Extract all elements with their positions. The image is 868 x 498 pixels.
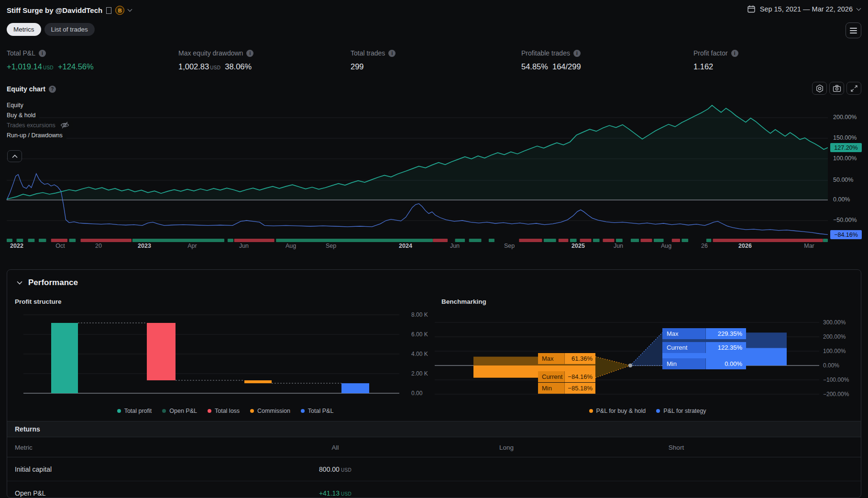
buy-hold-last-value-badge: −84.16% xyxy=(830,230,862,239)
metric-unit: USD xyxy=(210,65,220,70)
x-axis-label: 2025 xyxy=(571,243,585,249)
hexagon-gear-icon xyxy=(815,84,824,93)
camera-icon xyxy=(832,84,842,93)
y-axis-tick: 100.00% xyxy=(823,348,846,354)
x-axis-label: 2026 xyxy=(738,243,752,249)
legend-commission[interactable]: Commission xyxy=(250,408,290,414)
metric-extra: 38.06% xyxy=(225,62,252,71)
row-all-value: +41.13USD xyxy=(319,489,352,497)
chevron-down-icon xyxy=(17,281,22,285)
metric-label: Total P&L xyxy=(7,49,35,57)
info-icon[interactable]: i xyxy=(388,50,396,57)
y-axis-tick: 0.00% xyxy=(823,362,839,369)
info-icon[interactable]: i xyxy=(573,50,581,57)
y-axis-tick: −200.00% xyxy=(823,391,849,398)
y-axis-tick: 300.00% xyxy=(823,319,846,326)
metric-value: 1,002.83 xyxy=(178,62,209,71)
legend-trades-excursions[interactable]: Trades excursions xyxy=(7,121,73,129)
returns-section-header: Returns xyxy=(7,421,861,437)
metric-value: 299 xyxy=(351,62,364,71)
metric-total-pnl: Total P&Li +1,019.14USD+124.56% xyxy=(7,49,94,71)
chart-fullscreen-button[interactable] xyxy=(846,82,861,95)
benchmarking-chart[interactable]: 300.00% 200.00% 100.00% 0.00% −100.00% −… xyxy=(435,307,860,409)
column-all: All xyxy=(331,443,339,451)
eye-off-icon xyxy=(60,122,69,129)
x-axis-label: 2022 xyxy=(10,243,23,249)
row-metric-label: Initial capital xyxy=(15,465,52,473)
metric-extra: 164/299 xyxy=(552,62,581,71)
info-icon[interactable]: i xyxy=(39,50,46,57)
legend-buy-and-hold[interactable]: Buy & hold xyxy=(7,111,39,119)
table-row-initial-capital: Initial capital 800.00USD xyxy=(7,457,861,481)
y-axis-tick: 200.00% xyxy=(833,114,857,121)
collapse-chart-button[interactable] xyxy=(7,150,22,162)
equity-chart-title: Equity chart? xyxy=(7,85,56,93)
y-axis-tick: 8.00 K xyxy=(411,311,428,318)
legend-total-pnl[interactable]: Total P&L xyxy=(301,408,334,414)
layout-menu-button[interactable] xyxy=(846,22,861,38)
benchmarking-title: Benchmarking xyxy=(441,298,486,305)
tab-list-of-trades[interactable]: List of trades xyxy=(44,23,95,36)
metric-max-drawdown: Max equity drawdowni 1,002.83USD38.06% xyxy=(178,49,253,71)
performance-title: Performance xyxy=(28,278,78,288)
date-range-label: Sep 15, 2021 — Mar 22, 2026 xyxy=(760,5,853,13)
legend-pnl-buy-hold[interactable]: P&L for buy & hold xyxy=(589,408,646,414)
strategy-title: Stiff Surge by @DaviddTech xyxy=(7,6,102,14)
x-axis-label: Sep xyxy=(326,243,336,249)
tab-metrics[interactable]: Metrics xyxy=(7,23,41,36)
row-all-value: 800.00USD xyxy=(319,465,352,473)
chevron-down-icon[interactable] xyxy=(128,7,132,12)
legend-total-loss[interactable]: Total loss xyxy=(208,408,240,414)
profit-structure-legend: Total profit Open P&L Total loss Commiss… xyxy=(14,408,437,414)
y-axis-tick: 200.00% xyxy=(823,333,846,340)
metric-label: Profitable trades xyxy=(521,49,570,57)
benchmarking-legend: P&L for buy & hold P&L for strategy xyxy=(435,408,860,414)
metric-value: 1.162 xyxy=(693,62,713,71)
chevron-down-icon xyxy=(857,6,861,11)
chart-snapshot-button[interactable] xyxy=(829,82,844,95)
strategy-header[interactable]: Stiff Surge by @DaviddTech B xyxy=(7,6,132,15)
chevron-up-icon xyxy=(12,155,18,158)
metric-profitable-trades: Profitable tradesi 54.85%164/299 xyxy=(521,49,581,71)
report-tabs: Metrics List of trades xyxy=(7,23,95,36)
y-axis-tick: 0.00% xyxy=(833,196,850,203)
strategy-tester-report: Stiff Surge by @DaviddTech B Sep 15, 202… xyxy=(0,0,868,498)
equity-last-value-badge: 127.20% xyxy=(830,143,862,152)
legend-total-profit[interactable]: Total profit xyxy=(117,408,152,414)
legend-open-pnl[interactable]: Open P&L xyxy=(162,408,197,414)
profit-structure-chart[interactable]: 8.00 K 6.00 K 4.00 K 2.00 K 0.00 xyxy=(14,307,437,409)
x-axis-label: 20 xyxy=(95,243,102,249)
equity-chart[interactable] xyxy=(0,103,828,246)
x-axis: 2022Oct202023AprJunAugSep2024JunSep2025J… xyxy=(7,243,828,252)
calendar-icon xyxy=(747,5,756,13)
help-icon[interactable]: ? xyxy=(49,86,56,93)
legend-equity[interactable]: Equity xyxy=(7,101,27,109)
y-axis-tick: 50.00% xyxy=(833,177,853,183)
x-axis-label: Aug xyxy=(286,243,296,249)
chart-settings-button[interactable] xyxy=(812,82,827,95)
legend-runup-drawdowns[interactable]: Run-up / Drawdowns xyxy=(7,131,66,139)
x-axis-label: Aug xyxy=(661,243,671,249)
info-icon[interactable]: i xyxy=(246,50,253,57)
legend-pnl-strategy[interactable]: P&L for strategy xyxy=(656,408,706,414)
runup-drawdown-strip xyxy=(7,239,828,242)
x-axis-label: 2024 xyxy=(399,243,412,249)
metric-value: 54.85% xyxy=(521,62,548,71)
performance-header[interactable]: Performance xyxy=(17,278,78,288)
metric-value: +1,019.14 xyxy=(7,62,42,71)
x-axis-label: 2023 xyxy=(138,243,151,249)
equity-area-fill xyxy=(7,105,828,200)
x-axis-label: 26 xyxy=(701,243,708,249)
equity-chart-legend: Equity Buy & hold Trades excursions Run-… xyxy=(7,101,73,139)
bitcoin-badge-icon: B xyxy=(115,6,124,15)
info-icon[interactable]: i xyxy=(731,50,738,57)
metric-unit: USD xyxy=(43,65,54,70)
x-axis-label: Mar xyxy=(804,243,814,249)
y-axis-tick: −50.00% xyxy=(833,217,857,223)
y-axis-tick: 150.00% xyxy=(833,134,857,141)
date-range-picker[interactable]: Sep 15, 2021 — Mar 22, 2026 xyxy=(747,5,860,13)
benchmark-bars xyxy=(473,332,787,377)
expand-icon xyxy=(850,84,858,93)
y-axis-tick: 6.00 K xyxy=(411,331,428,338)
x-axis-label: Jun xyxy=(614,243,623,249)
